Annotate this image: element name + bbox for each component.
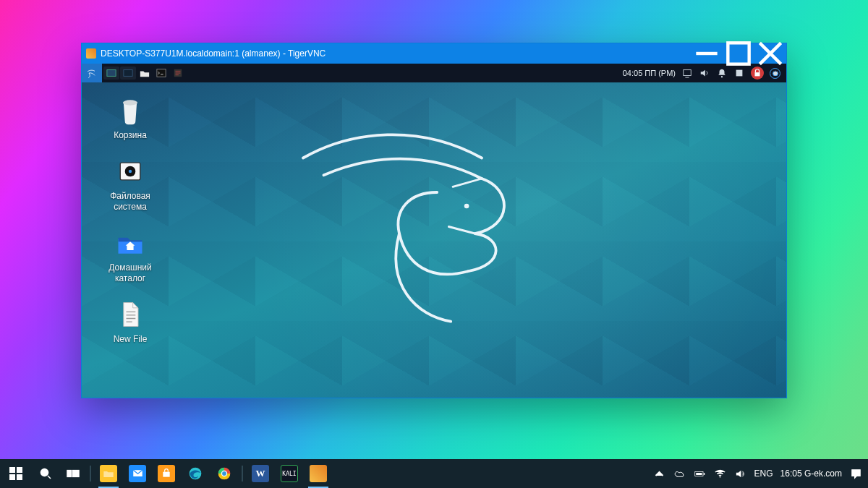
svg-point-18 [41,469,48,476]
svg-rect-7 [736,70,743,77]
network-icon[interactable] [681,67,693,79]
desktop-icon-filesystem[interactable]: Файловая система [93,152,167,215]
kali-menu-button[interactable] [82,64,102,82]
taskbar-app-word[interactable]: W [246,459,275,488]
workspace-switcher-2-icon[interactable] [120,67,136,80]
kali-top-panel: 04:05 ПП (PM) [82,64,786,82]
windows-taskbar: W KALI ENG 16:05 G-ek.com [0,459,868,488]
power-icon[interactable] [770,68,780,79]
desktop-icons: Корзина Файловая система Домашний катало… [90,91,170,347]
svg-rect-2 [124,70,132,77]
task-view-button[interactable] [59,459,87,488]
panel-quicklaunch [103,67,186,80]
volume-icon[interactable] [699,67,710,79]
battery-icon[interactable] [694,467,707,480]
svg-rect-8 [755,72,760,76]
taskbar-app-mail[interactable] [123,459,152,488]
taskbar-system-tray: ENG 16:05 G-ek.com [647,467,868,480]
file-manager-icon[interactable] [137,67,153,80]
desktop-icon-label: Домашний каталог [95,262,166,283]
svg-rect-15 [17,467,22,473]
taskbar-app-tigervnc[interactable] [304,459,333,488]
onedrive-icon[interactable] [673,467,686,480]
svg-rect-30 [704,473,705,475]
text-editor-icon[interactable] [170,67,186,80]
maximize-button[interactable] [723,43,754,64]
svg-point-9 [464,204,469,209]
text-file-icon [114,298,147,331]
kali-desktop[interactable]: Корзина Файловая система Домашний катало… [82,82,786,398]
vnc-titlebar[interactable]: DESKTOP-S377U1M.localdomain:1 (almanex) … [82,43,786,64]
language-indicator[interactable]: ENG [754,468,773,479]
svg-rect-16 [9,474,15,480]
terminal-icon[interactable] [153,67,169,80]
desktop-icon-label: Файловая система [95,191,166,212]
svg-point-13 [129,170,132,173]
taskbar-divider [242,466,243,481]
close-button[interactable] [754,43,786,64]
action-center-icon[interactable] [849,467,862,480]
svg-point-28 [222,471,226,476]
kali-clock[interactable]: 04:05 ПП (PM) [623,69,676,77]
svg-rect-5 [684,70,692,76]
svg-point-10 [123,100,137,105]
workspace-switcher-1-icon[interactable] [103,67,119,80]
drive-icon [114,155,147,188]
taskbar-app-store[interactable] [152,459,181,488]
kali-system-tray: 04:05 ПП (PM) [623,67,786,80]
svg-rect-1 [107,70,116,77]
tigervnc-icon [86,48,96,59]
vnc-title: DESKTOP-S377U1M.localdomain:1 (almanex) … [101,48,326,59]
svg-rect-31 [696,473,702,475]
tray-overflow-icon[interactable] [653,467,666,480]
sound-icon[interactable] [734,467,747,480]
desktop-icon-new-file[interactable]: New File [93,295,167,347]
svg-point-32 [720,476,721,477]
notifications-icon[interactable] [716,67,728,79]
svg-rect-20 [72,471,79,477]
svg-rect-22 [163,472,169,477]
home-folder-icon [114,226,147,260]
svg-rect-19 [67,471,71,477]
taskbar-divider [90,466,91,481]
desktop-icon-label: Корзина [114,130,147,140]
desktop-icon-trash[interactable]: Корзина [93,91,167,143]
taskbar-app-edge[interactable] [181,459,210,488]
svg-rect-14 [9,467,15,473]
kali-dragon-logo [276,110,550,333]
svg-rect-3 [157,69,166,77]
desktop-icon-home[interactable]: Домашний каталог [93,223,167,286]
taskbar-clock[interactable]: 16:05 G-ek.com [780,469,842,478]
search-button[interactable] [32,459,59,488]
svg-rect-33 [851,469,859,475]
taskbar-app-kali-badge[interactable]: KALI [275,459,304,488]
svg-point-6 [721,76,723,77]
updates-icon[interactable] [733,67,745,79]
svg-rect-17 [17,474,22,480]
svg-rect-0 [728,43,749,64]
trash-icon [114,94,147,127]
taskbar-app-chrome[interactable] [210,459,239,488]
start-button[interactable] [0,459,32,488]
minimize-button[interactable] [691,43,723,64]
desktop-icon-label: New File [114,334,148,344]
wifi-icon[interactable] [714,467,727,480]
taskbar-app-explorer[interactable] [94,459,123,488]
lock-screen-icon[interactable] [751,67,764,80]
tigervnc-window: DESKTOP-S377U1M.localdomain:1 (almanex) … [81,43,787,398]
